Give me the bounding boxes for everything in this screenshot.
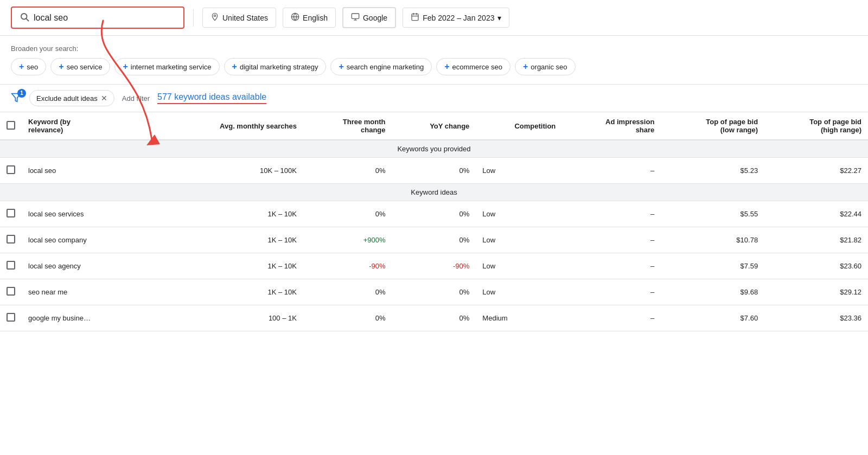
table-row: local seo 10K – 100K 0% 0% Low – $5.23 $… [0,158,868,184]
row-checkbox[interactable] [0,158,22,184]
row-competition: Medium [476,305,562,331]
keyword-count-label: 577 keyword ideas available [157,92,266,104]
row-avg-searches: 1K – 10K [160,253,303,279]
remove-filter-button[interactable]: ✕ [101,94,107,102]
row-checkbox[interactable] [0,227,22,253]
row-three-month: 0% [303,279,392,305]
three-month-label: Three monthchange [343,118,386,134]
tag-plus-icon: + [339,62,343,72]
section-provided-label: Keywords you provided [0,140,868,158]
tag-label: ecommerce seo [452,63,502,71]
location-button[interactable]: United States [202,8,276,28]
tag-label: seo [27,63,38,71]
row-keyword: local seo company [22,227,160,253]
svg-rect-8 [412,14,418,21]
table-row: seo near me 1K – 10K 0% 0% Low – $9.68 $… [0,279,868,305]
location-icon [210,12,219,23]
svg-point-3 [214,15,215,16]
language-label: English [303,14,328,22]
row-avg-searches: 1K – 10K [160,227,303,253]
row-yoy: 0% [392,158,476,184]
header-divider [193,9,194,27]
row-keyword: local seo [22,158,160,184]
tag-chip[interactable]: +seo [11,58,46,75]
select-all-checkbox[interactable] [7,121,15,130]
row-select-checkbox[interactable] [7,287,15,296]
header-avg-searches-col[interactable]: Avg. monthly searches [160,112,303,140]
tag-chip[interactable]: +seo service [50,58,110,75]
date-range-button[interactable]: Feb 2022 – Jan 2023 ▾ [403,8,509,28]
tag-chip[interactable]: +internet marketing service [114,58,219,75]
row-keyword: seo near me [22,279,160,305]
header-ad-impression-col[interactable]: Ad impressionshare [562,112,661,140]
ad-impression-label: Ad impressionshare [605,118,654,134]
row-top-bid-low: $5.55 [661,201,764,227]
tag-chip[interactable]: +ecommerce seo [436,58,510,75]
header-yoy-col[interactable]: YoY change [392,112,476,140]
row-select-checkbox[interactable] [7,209,15,217]
row-avg-searches: 100 – 1K [160,305,303,331]
add-filter-button[interactable]: Add filter [122,94,150,102]
section-ideas-row: Keyword ideas [0,184,868,201]
row-ad-impression: – [562,227,661,253]
active-filter-chip[interactable]: Exclude adult ideas ✕ [29,90,114,106]
search-input[interactable] [34,13,142,23]
svg-line-2 [26,18,28,21]
row-three-month: 0% [303,201,392,227]
row-top-bid-high: $23.36 [764,305,868,331]
header-top-bid-high-col[interactable]: Top of page bid(high range) [764,112,868,140]
tag-chip[interactable]: +digital marketing strategy [224,58,327,75]
row-avg-searches: 1K – 10K [160,279,303,305]
row-ad-impression: – [562,253,661,279]
row-keyword: local seo agency [22,253,160,279]
engine-button[interactable]: Google [342,7,396,28]
top-bid-high-label: Top of page bid(high range) [809,118,861,134]
row-select-checkbox[interactable] [7,165,15,174]
row-checkbox[interactable] [0,253,22,279]
search-icon [20,12,29,23]
search-box[interactable] [11,7,184,29]
header-top-bid-low-col[interactable]: Top of page bid(low range) [661,112,764,140]
row-competition: Low [476,279,562,305]
tag-chip[interactable]: +search engine marketing [330,58,432,75]
top-bid-low-label: Top of page bid(low range) [706,118,758,134]
tag-plus-icon: + [444,62,449,72]
engine-icon [351,12,360,23]
row-ad-impression: – [562,158,661,184]
row-avg-searches: 1K – 10K [160,201,303,227]
table-row: local seo agency 1K – 10K -90% -90% Low … [0,253,868,279]
row-checkbox[interactable] [0,279,22,305]
tag-plus-icon: + [123,62,127,72]
filter-icon-wrapper[interactable]: 1 [11,92,22,105]
tag-plus-icon: + [523,62,528,72]
row-select-checkbox[interactable] [7,235,15,243]
row-select-checkbox[interactable] [7,261,15,270]
date-range-label: Feb 2022 – Jan 2023 [423,14,494,22]
avg-searches-label: Avg. monthly searches [220,122,297,130]
tag-chip[interactable]: +organic seo [515,58,576,75]
table-row: local seo company 1K – 10K +900% 0% Low … [0,227,868,253]
filter-bar: 1 Exclude adult ideas ✕ Add filter 577 k… [0,85,868,112]
row-yoy: 0% [392,201,476,227]
row-checkbox[interactable] [0,201,22,227]
table-row: google my busine… 100 – 1K 0% 0% Medium … [0,305,868,331]
header-checkbox-col[interactable] [0,112,22,140]
row-top-bid-high: $22.44 [764,201,868,227]
row-yoy: 0% [392,279,476,305]
header-three-month-col[interactable]: Three monthchange [303,112,392,140]
row-three-month: 0% [303,158,392,184]
row-yoy: 0% [392,305,476,331]
tag-plus-icon: + [59,62,63,72]
row-keyword: local seo services [22,201,160,227]
header-keyword-col[interactable]: Keyword (byrelevance) [22,112,160,140]
tag-plus-icon: + [232,62,237,72]
row-select-checkbox[interactable] [7,313,15,322]
language-button[interactable]: English [283,8,336,28]
keywords-table: Keyword (byrelevance) Avg. monthly searc… [0,112,868,331]
row-top-bid-high: $29.12 [764,279,868,305]
row-three-month: 0% [303,305,392,331]
row-top-bid-low: $10.78 [661,227,764,253]
row-competition: Low [476,253,562,279]
header-competition-col[interactable]: Competition [476,112,562,140]
row-checkbox[interactable] [0,305,22,331]
